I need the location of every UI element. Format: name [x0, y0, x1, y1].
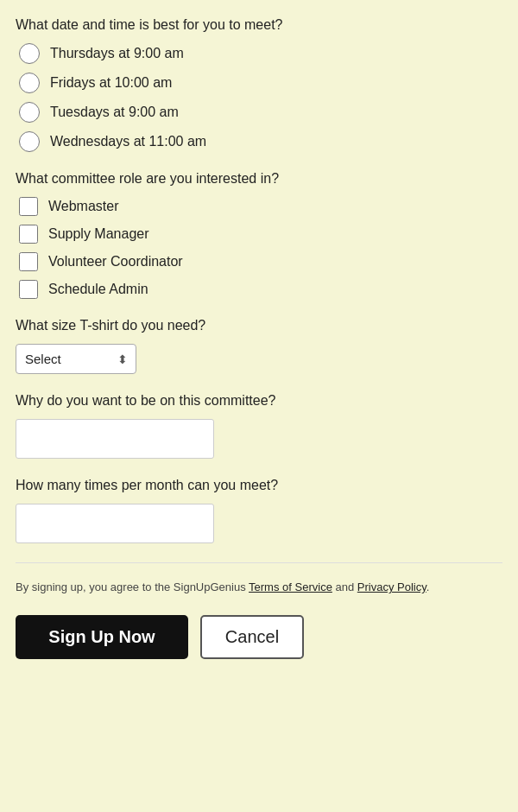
tshirt-select-wrapper: Select XS S M L XL XXL ⬍ [16, 344, 136, 374]
checkbox-item-schedule-admin[interactable]: Schedule Admin [19, 280, 502, 299]
radio-tue-label: Tuesdays at 9:00 am [50, 105, 179, 120]
terms-of-service-link[interactable]: Terms of Service [249, 580, 332, 593]
meeting-time-section: What date and time is best for you to me… [16, 17, 502, 152]
radio-thu-label: Thursdays at 9:00 am [50, 46, 184, 61]
terms-middle: and [332, 580, 357, 593]
meeting-radio-group: Thursdays at 9:00 am Fridays at 10:00 am… [19, 43, 502, 152]
divider [16, 562, 502, 563]
checkbox-schedule-admin-label: Schedule Admin [48, 282, 148, 297]
role-question: What committee role are you interested i… [16, 171, 502, 187]
how-many-question: How many times per month can you meet? [16, 478, 502, 493]
committee-role-section: What committee role are you interested i… [16, 171, 502, 299]
why-input[interactable] [16, 419, 214, 459]
radio-fri-label: Fridays at 10:00 am [50, 75, 172, 91]
how-many-section: How many times per month can you meet? [16, 478, 502, 543]
radio-thu[interactable] [19, 43, 40, 64]
checkbox-schedule-admin[interactable] [19, 280, 38, 299]
radio-item-fri[interactable]: Fridays at 10:00 am [19, 73, 502, 93]
checkbox-item-webmaster[interactable]: Webmaster [19, 197, 502, 216]
radio-item-wed[interactable]: Wednesdays at 11:00 am [19, 131, 502, 152]
radio-item-tue[interactable]: Tuesdays at 9:00 am [19, 102, 502, 123]
why-section: Why do you want to be on this committee? [16, 393, 502, 459]
meeting-question: What date and time is best for you to me… [16, 17, 502, 33]
role-checkbox-group: Webmaster Supply Manager Volunteer Coord… [19, 197, 502, 299]
privacy-policy-link[interactable]: Privacy Policy [357, 580, 426, 593]
tshirt-section: What size T-shirt do you need? Select XS… [16, 318, 502, 374]
terms-prefix: By signing up, you agree to the SignUpGe… [16, 580, 249, 593]
tshirt-select[interactable]: Select XS S M L XL XXL [16, 344, 136, 374]
why-question: Why do you want to be on this committee? [16, 393, 502, 409]
terms-suffix: . [426, 580, 430, 593]
radio-tue[interactable] [19, 102, 40, 123]
checkbox-supply-manager-label: Supply Manager [48, 226, 149, 242]
radio-fri[interactable] [19, 73, 40, 93]
how-many-input[interactable] [16, 504, 214, 543]
radio-wed-label: Wednesdays at 11:00 am [50, 134, 206, 149]
tshirt-question: What size T-shirt do you need? [16, 318, 502, 333]
checkbox-volunteer-coordinator-label: Volunteer Coordinator [48, 254, 183, 270]
checkbox-webmaster[interactable] [19, 197, 38, 216]
radio-item-thu[interactable]: Thursdays at 9:00 am [19, 43, 502, 64]
checkbox-supply-manager[interactable] [19, 225, 38, 244]
buttons-row: Sign Up Now Cancel [16, 615, 502, 659]
checkbox-volunteer-coordinator[interactable] [19, 252, 38, 271]
cancel-button[interactable]: Cancel [200, 615, 304, 659]
checkbox-item-volunteer-coordinator[interactable]: Volunteer Coordinator [19, 252, 502, 271]
sign-up-button[interactable]: Sign Up Now [16, 615, 188, 659]
checkbox-item-supply-manager[interactable]: Supply Manager [19, 225, 502, 244]
checkbox-webmaster-label: Webmaster [48, 199, 119, 214]
terms-text: By signing up, you agree to the SignUpGe… [16, 579, 502, 596]
radio-wed[interactable] [19, 131, 40, 152]
